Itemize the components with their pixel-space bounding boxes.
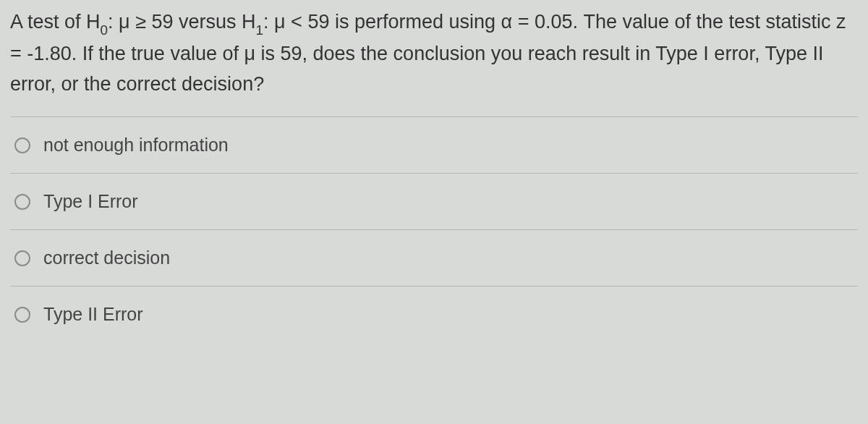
- question-sub0: 0: [101, 22, 109, 38]
- radio-icon[interactable]: [14, 194, 30, 210]
- question-part1: A test of H: [10, 11, 101, 33]
- question-sub1: 1: [256, 22, 264, 38]
- question-part2: : μ ≥ 59 versus H: [108, 11, 255, 33]
- radio-icon[interactable]: [14, 137, 30, 153]
- option-label: Type I Error: [43, 191, 138, 212]
- option-label: correct decision: [43, 247, 170, 268]
- question-text: A test of H0: μ ≥ 59 versus H1: μ < 59 i…: [10, 7, 858, 116]
- option-row[interactable]: correct decision: [10, 230, 858, 287]
- options-list: not enough information Type I Error corr…: [10, 116, 858, 332]
- radio-icon[interactable]: [14, 307, 30, 323]
- radio-icon[interactable]: [14, 250, 30, 266]
- option-row[interactable]: Type I Error: [10, 174, 858, 230]
- option-label: Type II Error: [43, 304, 143, 325]
- option-row[interactable]: not enough information: [10, 117, 858, 174]
- option-label: not enough information: [43, 135, 229, 156]
- option-row[interactable]: Type II Error: [10, 287, 858, 332]
